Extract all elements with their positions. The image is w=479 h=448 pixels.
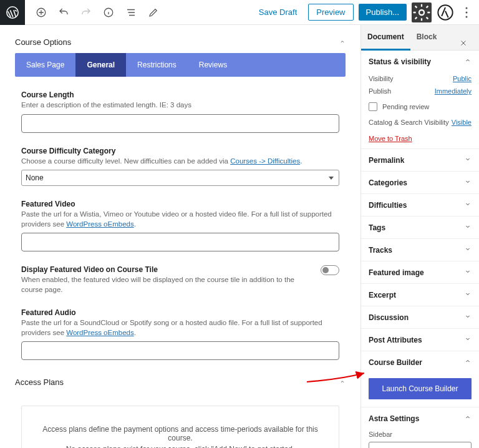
access-plans-empty-state: Access plans define the payment options … <box>21 406 339 448</box>
video-on-tile-field: Display Featured Video on Course Tile Wh… <box>21 265 339 295</box>
chevron-up-icon <box>464 57 472 66</box>
catalog-visibility-label: Catalog & Search Visibility <box>369 119 449 126</box>
publish-button[interactable]: Publish... <box>359 4 407 21</box>
editor-main-column: Course Options Sales Page General Restri… <box>0 25 360 448</box>
featured-video-input[interactable] <box>21 233 339 251</box>
course-difficulty-field: Course Difficulty Category Choose a cour… <box>21 147 339 187</box>
course-difficulty-help: Choose a course difficulty level. New di… <box>21 157 339 167</box>
chevron-down-icon <box>464 155 472 165</box>
svg-point-7 <box>466 16 468 17</box>
svg-point-5 <box>466 7 468 9</box>
svg-point-6 <box>466 11 468 13</box>
chevron-down-icon <box>464 200 472 210</box>
post-attributes-header[interactable]: Post Attributes <box>361 329 479 351</box>
course-difficulty-label: Course Difficulty Category <box>21 147 339 155</box>
access-plans-panel: Access Plans Access plans define the pay… <box>15 371 346 448</box>
tracks-header[interactable]: Tracks <box>361 239 479 261</box>
move-to-trash-link[interactable]: Move to Trash <box>369 135 412 142</box>
preview-button[interactable]: Preview <box>308 4 353 21</box>
astra-sidebar-select[interactable]: Customizer Setting <box>369 442 472 448</box>
video-oembed-link[interactable]: WordPress oEmbeds <box>66 220 133 228</box>
launch-course-builder-button[interactable]: Launch Course Builder <box>369 378 472 399</box>
edit-icon[interactable] <box>145 4 162 21</box>
featured-audio-label: Featured Audio <box>21 308 339 317</box>
chevron-down-icon <box>464 178 472 187</box>
excerpt-header[interactable]: Excerpt <box>361 284 479 306</box>
undo-icon[interactable] <box>55 4 72 21</box>
tags-header[interactable]: Tags <box>361 217 479 238</box>
tab-sales-page[interactable]: Sales Page <box>15 53 75 77</box>
access-plans-header[interactable]: Access Plans <box>15 371 346 393</box>
status-visibility-section: Status & visibility VisibilityPublic Pub… <box>361 51 479 149</box>
redo-icon <box>77 4 95 21</box>
add-block-icon[interactable] <box>32 4 50 21</box>
course-length-field: Course Length Enter a description of the… <box>21 90 339 133</box>
featured-video-label: Featured Video <box>21 200 339 208</box>
astra-icon[interactable] <box>437 4 454 21</box>
chevron-down-icon <box>464 245 472 255</box>
astra-settings-section: Astra Settings Sidebar Customizer Settin… <box>361 407 479 448</box>
pending-review-checkbox[interactable] <box>369 102 377 111</box>
featured-video-field: Featured Video Paste the url for a Wisti… <box>21 200 339 251</box>
chevron-up-icon <box>464 414 472 423</box>
difficulties-header[interactable]: Difficulties <box>361 194 479 216</box>
audio-oembed-link[interactable]: WordPress oEmbeds <box>66 329 133 336</box>
wordpress-logo[interactable] <box>0 0 25 25</box>
tab-restrictions[interactable]: Restrictions <box>126 53 188 77</box>
video-on-tile-label: Display Featured Video on Course Tile <box>21 265 314 274</box>
chevron-down-icon <box>464 290 472 299</box>
tab-reviews[interactable]: Reviews <box>188 53 238 77</box>
featured-audio-field: Featured Audio Paste the url for a Sound… <box>21 308 339 360</box>
course-options-panel: Course Options Sales Page General Restri… <box>15 31 346 360</box>
catalog-visibility-link[interactable]: Visible <box>452 119 472 126</box>
sidebar-tabs: Document Block <box>361 25 479 51</box>
svg-point-3 <box>419 10 424 15</box>
featured-audio-input[interactable] <box>21 341 339 360</box>
permalink-header[interactable]: Permalink <box>361 149 479 171</box>
course-length-input[interactable] <box>21 114 339 133</box>
visibility-value-link[interactable]: Public <box>453 75 472 82</box>
visibility-label: Visibility <box>369 75 394 82</box>
save-draft-button[interactable]: Save Draft <box>253 4 303 21</box>
pending-review-label: Pending review <box>382 103 429 110</box>
editor-sidebar: Document Block Status & visibility Visib… <box>360 25 479 448</box>
video-on-tile-toggle[interactable] <box>321 265 339 275</box>
featured-image-header[interactable]: Featured image <box>361 261 479 283</box>
course-builder-header[interactable]: Course Builder <box>361 351 479 373</box>
chevron-down-icon <box>464 313 472 322</box>
course-options-header[interactable]: Course Options <box>15 31 346 53</box>
course-builder-section: Course Builder Launch Course Builder <box>361 351 479 407</box>
chevron-down-icon <box>464 335 472 344</box>
discussion-header[interactable]: Discussion <box>361 306 479 328</box>
video-on-tile-help: When enabled, the featured video will be… <box>21 275 314 295</box>
close-sidebar-icon[interactable] <box>453 31 474 57</box>
publish-label: Publish <box>369 87 391 95</box>
categories-header[interactable]: Categories <box>361 172 479 193</box>
collapse-caret-icon <box>339 37 346 47</box>
course-options-title: Course Options <box>15 37 71 47</box>
info-icon[interactable] <box>100 4 117 21</box>
settings-gear-icon[interactable] <box>412 2 432 22</box>
collapse-caret-icon <box>339 377 346 387</box>
more-options-icon[interactable] <box>459 0 474 25</box>
chevron-up-icon <box>464 358 472 367</box>
tab-general[interactable]: General <box>75 53 126 77</box>
featured-audio-help: Paste the url for a SoundCloud or Spotif… <box>21 318 339 338</box>
publish-value-link[interactable]: Immediately <box>435 87 472 95</box>
astra-settings-header[interactable]: Astra Settings <box>361 407 479 429</box>
featured-video-help: Paste the url for a Wistia, Vimeo or You… <box>21 210 339 229</box>
difficulty-link[interactable]: Courses -> Difficulties <box>230 157 300 165</box>
astra-sidebar-label: Sidebar <box>361 429 479 439</box>
course-length-help: Enter a description of the estimated len… <box>21 100 339 110</box>
outline-icon[interactable] <box>122 4 140 21</box>
course-difficulty-select[interactable]: None <box>21 170 339 186</box>
access-plans-title: Access Plans <box>15 377 64 387</box>
editor-top-bar: Save Draft Preview Publish... <box>0 0 479 25</box>
course-length-label: Course Length <box>21 90 339 99</box>
tab-block[interactable]: Block <box>410 25 443 50</box>
course-options-tabs: Sales Page General Restrictions Reviews <box>15 53 346 77</box>
tab-document[interactable]: Document <box>361 25 410 51</box>
chevron-down-icon <box>464 223 472 232</box>
chevron-down-icon <box>464 268 472 277</box>
